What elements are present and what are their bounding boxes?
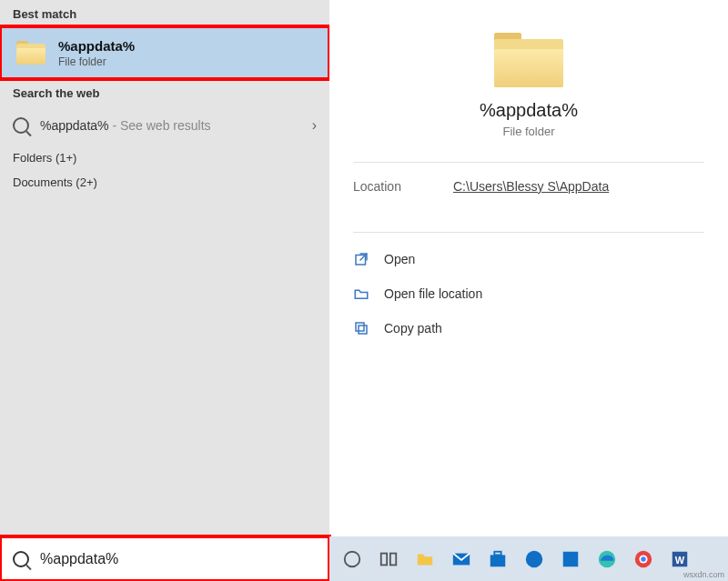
search-web-row[interactable]: %appdata% - See web results ›: [0, 105, 329, 145]
action-open-label: Open: [384, 252, 415, 266]
folder-open-icon: [353, 285, 369, 302]
preview-subtitle: File folder: [329, 125, 728, 138]
cortana-icon[interactable]: [339, 546, 366, 573]
copy-icon: [353, 320, 369, 336]
best-match-text: %appdata% File folder: [58, 38, 135, 68]
search-web-header: Search the web: [0, 79, 329, 105]
svg-rect-5: [390, 553, 396, 565]
chrome-icon[interactable]: [630, 546, 657, 573]
svg-rect-2: [356, 323, 364, 331]
app-icon[interactable]: [557, 546, 584, 573]
edge-icon[interactable]: [593, 546, 621, 573]
mail-icon[interactable]: [448, 546, 475, 573]
location-label: Location: [353, 179, 453, 194]
action-open[interactable]: Open: [329, 242, 728, 276]
preview-panel: %appdata% File folder Location C:\Users\…: [329, 0, 728, 536]
search-icon: [13, 117, 29, 134]
best-match-title: %appdata%: [58, 38, 135, 54]
folder-icon: [494, 33, 563, 87]
folder-icon: [16, 41, 46, 65]
location-link[interactable]: C:\Users\Blessy S\AppData: [453, 179, 609, 194]
svg-rect-4: [381, 553, 387, 565]
preview-icon-wrap: [329, 0, 728, 87]
svg-rect-1: [359, 326, 367, 334]
svg-point-9: [526, 550, 542, 566]
preview-title: %appdata%: [329, 100, 728, 121]
dell-icon[interactable]: [521, 546, 548, 573]
taskbar: W: [329, 536, 728, 581]
documents-category[interactable]: Documents (2+): [0, 170, 329, 195]
best-match-header: Best match: [0, 0, 329, 26]
action-open-location-label: Open file location: [384, 286, 482, 301]
action-copy-path-label: Copy path: [384, 321, 442, 336]
web-query: %appdata%: [40, 118, 109, 133]
search-results-panel: Best match %appdata% File folder Search …: [0, 0, 329, 536]
svg-point-3: [345, 551, 360, 566]
action-open-location[interactable]: Open file location: [329, 276, 728, 311]
watermark: wsxdn.com: [683, 570, 724, 579]
word-icon[interactable]: W: [666, 546, 693, 573]
svg-rect-7: [490, 555, 506, 566]
svg-rect-8: [494, 551, 500, 555]
folders-category[interactable]: Folders (1+): [0, 145, 329, 170]
chevron-right-icon: ›: [312, 117, 317, 134]
svg-point-14: [641, 556, 646, 562]
search-icon: [13, 551, 29, 567]
best-match-result[interactable]: %appdata% File folder: [0, 26, 329, 79]
file-explorer-icon[interactable]: [411, 546, 439, 573]
action-copy-path[interactable]: Copy path: [329, 311, 728, 346]
svg-rect-10: [563, 551, 579, 566]
store-icon[interactable]: [484, 546, 511, 573]
task-view-icon[interactable]: [375, 546, 402, 573]
search-bar[interactable]: [0, 536, 329, 581]
best-match-subtitle: File folder: [58, 55, 135, 68]
svg-text:W: W: [675, 554, 685, 565]
search-web-label: %appdata% - See web results: [40, 118, 312, 133]
location-row: Location C:\Users\Blessy S\AppData: [329, 163, 728, 208]
open-icon: [353, 251, 369, 267]
search-input[interactable]: [40, 551, 329, 567]
web-suffix: - See web results: [109, 118, 211, 133]
